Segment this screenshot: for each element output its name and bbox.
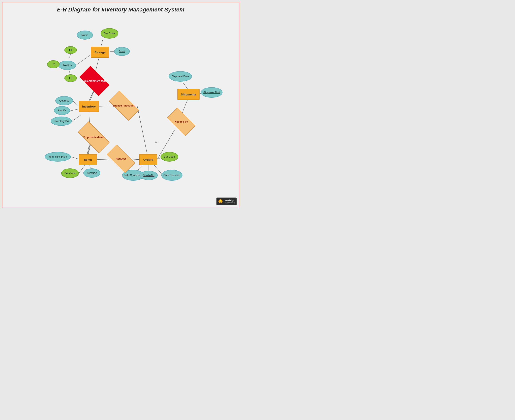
attr-barcode-bottom: Bar Code — [61, 168, 79, 178]
entity-inventory: Inventory — [79, 101, 99, 112]
attr-barcode-top: Bar Code — [100, 28, 118, 38]
attr-date-required: Date Required — [161, 170, 183, 181]
diamond-needed-by: Needed by — [168, 114, 194, 129]
svg-line-17 — [133, 159, 139, 160]
entity-items: Items — [79, 154, 97, 165]
attr-inventoryid: InventoryID# — [51, 117, 72, 126]
svg-line-12 — [99, 106, 111, 106]
attr-orderno: OrederNo — [140, 171, 158, 180]
svg-line-3 — [76, 55, 91, 65]
attr-itemid: ItemID — [54, 106, 70, 115]
svg-line-18 — [71, 157, 79, 159]
diamond-supplied: Suplied (discount) — [110, 98, 138, 113]
attr-l1: L1 — [64, 46, 77, 54]
attr-itemno: ItemNo# — [83, 168, 100, 178]
attr-shipment-date: Shipment Date — [169, 71, 192, 82]
entity-orders: Orders — [139, 154, 157, 165]
svg-line-11 — [72, 115, 81, 121]
attr-l3: L3 — [64, 74, 77, 82]
attr-barcode-orders: Bar Code — [161, 152, 178, 162]
svg-line-10 — [70, 109, 79, 111]
entity-shipments: Shipments — [177, 89, 200, 100]
attr-name: Name — [77, 30, 93, 40]
attr-l2: L2 — [47, 60, 60, 68]
svg-line-16 — [97, 159, 109, 160]
text-label: text — [155, 141, 159, 144]
diamond-request: Request — [108, 152, 134, 166]
watermark-sub: Diagramming — [224, 202, 235, 204]
attr-item-desc: Item_discription — [45, 152, 71, 162]
svg-line-33 — [89, 144, 91, 154]
diagram-container: E-R Diagram for Inventory Management Sys… — [2, 2, 239, 208]
diamond-replenishment: Replenishment (add) — [81, 73, 108, 89]
attr-quantity: Quantity — [55, 96, 73, 105]
attr-sno: Sno# — [114, 47, 130, 56]
diamond-to-provide: To provide detail — [79, 130, 109, 145]
watermark: 💡 creately Diagramming — [216, 198, 237, 205]
attr-shipment-no: Shipment No# — [201, 87, 223, 98]
svg-line-13 — [137, 106, 148, 159]
svg-line-27 — [183, 82, 187, 89]
watermark-brand: creately — [224, 199, 235, 202]
entity-storage: Storage — [91, 47, 109, 58]
svg-line-32 — [87, 144, 89, 154]
svg-line-9 — [73, 101, 79, 106]
svg-line-1 — [101, 38, 103, 47]
attr-position: Position — [58, 61, 76, 70]
watermark-logo: 💡 — [218, 199, 223, 203]
svg-line-15 — [88, 144, 90, 154]
diagram-title: E-R Diagram for Inventory Management Sys… — [2, 2, 239, 15]
